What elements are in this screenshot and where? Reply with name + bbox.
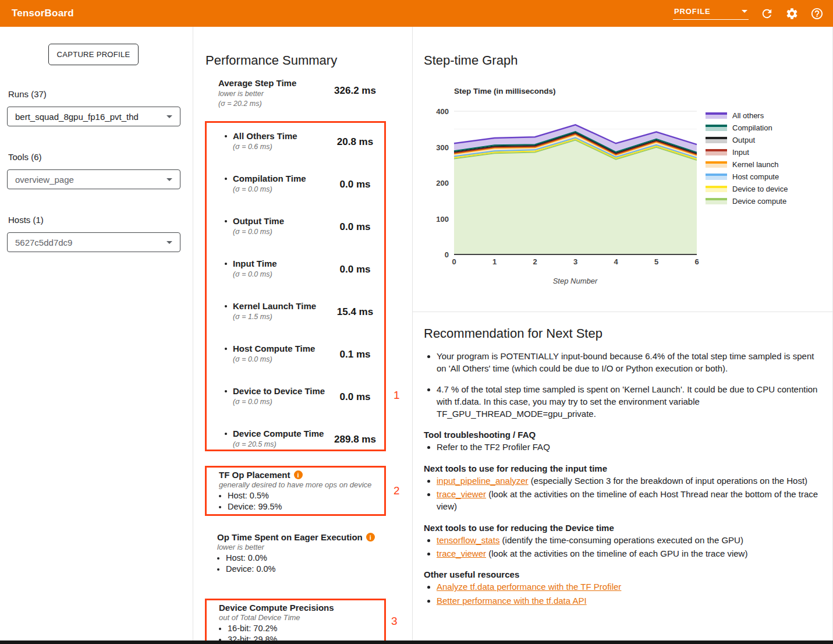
svg-text:4: 4 [614, 257, 618, 266]
recommendation-bullet: 4.7 % of the total step time sampled is … [437, 383, 821, 420]
step-time-chart[interactable]: Step Time (in milliseconds) Step Number … [429, 82, 703, 298]
metric-label: Device to Device Time [233, 386, 325, 397]
rec-link[interactable]: input_pipeline_analyzer [437, 476, 529, 486]
right-panel: Step-time Graph Step Time (in millisecon… [413, 27, 833, 644]
window-edge [0, 641, 833, 644]
legend-swatch-icon [706, 198, 727, 204]
app-title: TensorBoard [12, 8, 74, 19]
svg-text:300: 300 [436, 143, 449, 152]
bullet-icon [225, 178, 227, 180]
highlight-box-2: TF Op Placementi generally desired to ha… [205, 466, 386, 516]
metric-label: Output Time [233, 216, 284, 227]
svg-text:200: 200 [436, 179, 449, 187]
rec-item: tensorflow_stats (identify the time-cons… [437, 534, 821, 546]
rec-item: Analyze tf.data performance with the TF … [437, 581, 821, 593]
tools-select[interactable]: overview_page [7, 169, 180, 189]
rec-section-heading: Next tools to use for reducing the input… [424, 463, 821, 473]
hosts-label: Hosts (1) [8, 215, 44, 225]
legend-swatch-icon [706, 186, 727, 192]
rec-link[interactable]: tensorflow_stats [437, 535, 499, 545]
rec-item-text: (especially Section 3 for the breakdown … [529, 476, 807, 486]
help-icon[interactable] [810, 6, 824, 20]
chart-title: Step Time (in milliseconds) [454, 87, 556, 95]
tf-op-placement-note: generally desired to have more ops on de… [219, 480, 382, 489]
info-icon[interactable]: i [294, 470, 303, 479]
perf-metric-row: All Others Time(σ = 0.6 ms)20.8 ms [207, 131, 384, 159]
legend-label: Device compute [732, 197, 786, 206]
metric-label: Host Compute Time [233, 344, 315, 354]
legend-label: Device to device [732, 185, 788, 193]
highlight-box-3: Device Compute Precisions out of Total D… [205, 599, 386, 644]
annotation-1: 1 [394, 389, 400, 402]
metric-value: 0.0 ms [319, 221, 391, 233]
svg-text:0: 0 [445, 250, 449, 259]
legend-swatch-icon [706, 112, 727, 119]
svg-text:1: 1 [492, 257, 497, 266]
legend-swatch-icon [706, 137, 727, 143]
metric-sigma: (σ = 0.0 ms) [233, 355, 315, 364]
rec-link[interactable]: trace_viewer [437, 549, 486, 558]
hosts-select-value: 5627c5dd7dc9 [15, 238, 72, 247]
chevron-down-icon [166, 115, 172, 118]
metric-sigma: (σ = 0.0 ms) [233, 185, 306, 194]
list-item: Device: 99.5% [228, 501, 382, 512]
runs-select-value: bert_squad_8gpu_fp16_pvt_thd [15, 112, 139, 122]
performance-summary-title: Performance Summary [205, 53, 337, 68]
metric-sigma: (σ = 20.5 ms) [233, 440, 324, 449]
recommendation-bullets: Your program is POTENTIALLY input-bound … [424, 350, 821, 420]
capture-profile-button[interactable]: CAPTURE PROFILE [48, 44, 139, 65]
rec-link[interactable]: Better performance with the tf.data API [437, 596, 587, 606]
perf-metric-row: Host Compute Time(σ = 0.0 ms)0.1 ms [207, 344, 384, 371]
rec-section-list: input_pipeline_analyzer (especially Sect… [424, 475, 821, 513]
bullet-icon [225, 135, 227, 137]
legend-item: Device to device [706, 183, 788, 195]
metric-note: lower is better [218, 89, 296, 98]
tf-op-placement-title: TF Op Placement [219, 470, 290, 480]
tf-op-placement-list: Host: 0.5%Device: 99.5% [219, 490, 382, 512]
highlight-box-1: All Others Time(σ = 0.6 ms)20.8 msCompil… [205, 121, 386, 451]
info-icon[interactable]: i [366, 533, 375, 542]
svg-text:5: 5 [654, 257, 658, 266]
settings-gear-icon[interactable] [785, 6, 799, 20]
legend-swatch-icon [706, 161, 727, 168]
bullet-icon [225, 348, 227, 350]
metric-value: 326.2 ms [319, 85, 391, 97]
legend-item: Device compute [706, 195, 788, 207]
runs-select[interactable]: bert_squad_8gpu_fp16_pvt_thd [7, 107, 180, 126]
rec-link[interactable]: trace_viewer [437, 489, 486, 499]
metric-sigma: (σ = 1.5 ms) [233, 312, 316, 321]
recommendation-section: Recommendation for Next Step Your progra… [413, 312, 832, 644]
recommendation-bullet: Your program is POTENTIALLY input-bound … [437, 350, 821, 375]
legend-label: Kernel launch [732, 160, 779, 169]
metric-value: 15.4 ms [319, 306, 391, 318]
runs-label: Runs (37) [8, 89, 47, 99]
list-item: Device: 0.0% [226, 564, 392, 575]
rec-link[interactable]: Analyze tf.data performance with the TF … [437, 582, 621, 592]
eager-execution-note: lower is better [217, 543, 392, 551]
svg-text:0: 0 [452, 257, 456, 266]
rec-item-text: Refer to the TF2 Profiler FAQ [437, 442, 550, 452]
annotation-2: 2 [394, 484, 400, 497]
dashboard-select[interactable]: PROFILE [673, 7, 749, 20]
perf-metric-row: Compilation Time(σ = 0.0 ms)0.0 ms [207, 174, 384, 201]
rec-section-list: tensorflow_stats (identify the time-cons… [424, 534, 821, 560]
legend-item: Output [706, 134, 788, 146]
header-controls: PROFILE [673, 6, 827, 20]
annotation-3: 3 [391, 615, 398, 628]
reload-icon[interactable] [760, 6, 774, 20]
tools-label: Tools (6) [8, 152, 42, 162]
list-item: 16-bit: 70.2% [228, 623, 382, 634]
metric-label: Compilation Time [233, 174, 306, 184]
rec-item: input_pipeline_analyzer (especially Sect… [437, 475, 821, 487]
legend-label: Output [732, 136, 755, 144]
rec-item-text: (identify the time-consuming operations … [499, 535, 743, 545]
perf-metric-row: Output Time(σ = 0.0 ms)0.0 ms [207, 216, 384, 244]
metric-value: 20.8 ms [319, 136, 391, 148]
legend-item: Kernel launch [706, 158, 788, 171]
metric-value: 289.8 ms [319, 434, 391, 445]
svg-text:400: 400 [436, 107, 449, 116]
svg-text:6: 6 [694, 257, 699, 266]
hosts-select[interactable]: 5627c5dd7dc9 [7, 232, 180, 252]
legend-item: All others [706, 109, 788, 122]
tools-select-value: overview_page [15, 175, 74, 185]
